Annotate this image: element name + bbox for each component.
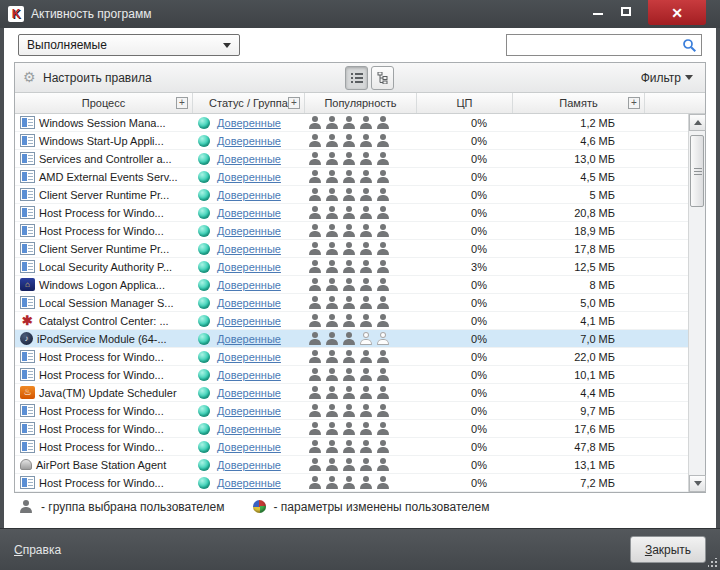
person-icon	[326, 404, 339, 417]
table-row[interactable]: Host Process for Windo... Доверенные 0% …	[15, 222, 688, 240]
list-view-button[interactable]	[345, 66, 368, 90]
trusted-group-link[interactable]: Доверенные	[217, 117, 281, 129]
column-header-memory[interactable]: Память +	[513, 93, 645, 113]
configure-rules-button[interactable]: ⚙ Настроить правила	[23, 70, 152, 85]
scrollbar-thumb[interactable]	[690, 135, 704, 207]
person-icon	[343, 368, 356, 381]
trusted-group-link[interactable]: Доверенные	[217, 153, 281, 165]
status-cell: Доверенные	[193, 333, 305, 345]
table-row[interactable]: Local Security Authority P... Доверенные…	[15, 258, 688, 276]
person-icon	[360, 350, 373, 363]
person-icon	[343, 188, 356, 201]
person-icon	[343, 332, 356, 345]
table-row[interactable]: Client Server Runtime Pr... Доверенные 0…	[15, 240, 688, 258]
trusted-group-link[interactable]: Доверенные	[217, 459, 281, 471]
table-row[interactable]: Host Process for Windo... Доверенные 0% …	[15, 366, 688, 384]
expand-column-icon[interactable]: +	[288, 97, 300, 109]
trusted-group-link[interactable]: Доверенные	[217, 333, 281, 345]
table-row[interactable]: ⌂ Windows Logon Applica... Доверенные 0%…	[15, 276, 688, 294]
trusted-group-link[interactable]: Доверенные	[217, 477, 281, 489]
trusted-group-link[interactable]: Доверенные	[217, 297, 281, 309]
process-cell: ⌂ Windows Logon Applica...	[15, 278, 193, 291]
table-row[interactable]: ♪ iPodService Module (64-... Доверенные …	[15, 330, 688, 348]
process-name: Host Process for Windo...	[39, 225, 164, 237]
trusted-group-link[interactable]: Доверенные	[217, 351, 281, 363]
search-box	[506, 34, 702, 56]
table-row[interactable]: Host Process for Windo... Доверенные 0% …	[15, 402, 688, 420]
trusted-group-link[interactable]: Доверенные	[217, 441, 281, 453]
status-cell: Доверенные	[193, 423, 305, 435]
trusted-group-link[interactable]: Доверенные	[217, 315, 281, 327]
memory-cell: 4,5 МБ	[513, 171, 645, 183]
filter-dropdown[interactable]: Фильтр	[641, 71, 697, 85]
trusted-group-link[interactable]: Доверенные	[217, 189, 281, 201]
table-row[interactable]: Windows Session Mana... Доверенные 0% 1,…	[15, 114, 688, 132]
person-icon	[377, 134, 390, 147]
table-row[interactable]: AirPort Base Station Agent Доверенные 0%…	[15, 456, 688, 474]
search-input[interactable]	[511, 38, 682, 52]
close-dialog-button[interactable]: Закрыть	[630, 536, 706, 563]
scroll-up-button[interactable]	[689, 114, 706, 131]
tree-view-icon	[377, 72, 389, 84]
column-header-status[interactable]: Статус / Группа +	[193, 93, 305, 113]
table-row[interactable]: Windows Start-Up Appli... Доверенные 0% …	[15, 132, 688, 150]
person-icon	[377, 224, 390, 237]
table-row[interactable]: Host Process for Windo... Доверенные 0% …	[15, 474, 688, 492]
expand-column-icon[interactable]: +	[628, 97, 640, 109]
column-header-process[interactable]: Процесс +	[15, 93, 193, 113]
table-row[interactable]: Host Process for Windo... Доверенные 0% …	[15, 204, 688, 222]
trusted-group-link[interactable]: Доверенные	[217, 135, 281, 147]
table-row[interactable]: ✱ Catalyst Control Center: ... Доверенны…	[15, 312, 688, 330]
cpu-cell: 0%	[417, 387, 513, 399]
status-orb-icon	[198, 153, 210, 165]
trusted-group-link[interactable]: Доверенные	[217, 279, 281, 291]
minimize-button[interactable]	[584, 0, 612, 22]
table-row[interactable]: AMD External Events Serv... Доверенные 0…	[15, 168, 688, 186]
trusted-group-link[interactable]: Доверенные	[217, 423, 281, 435]
process-cell: AirPort Base Station Agent	[15, 459, 193, 471]
app-icon: ♨	[20, 386, 35, 399]
tree-view-button[interactable]	[371, 66, 394, 90]
trusted-group-link[interactable]: Доверенные	[217, 225, 281, 237]
search-icon[interactable]	[682, 38, 697, 53]
trusted-group-link[interactable]: Доверенные	[217, 171, 281, 183]
person-icon	[377, 386, 390, 399]
scroll-down-button[interactable]	[689, 475, 706, 492]
table-row[interactable]: Host Process for Windo... Доверенные 0% …	[15, 348, 688, 366]
column-header-popularity[interactable]: Популярность	[305, 93, 417, 113]
table-row[interactable]: Local Session Manager S... Доверенные 0%…	[15, 294, 688, 312]
process-cell: ♨ Java(TM) Update Scheduler	[15, 386, 193, 399]
person-icon	[309, 314, 322, 327]
expand-column-icon[interactable]: +	[176, 97, 188, 109]
table-row[interactable]: Host Process for Windo... Доверенные 0% …	[15, 420, 688, 438]
trusted-group-link[interactable]: Доверенные	[217, 387, 281, 399]
help-link[interactable]: Справка	[14, 543, 61, 557]
person-icon	[309, 404, 322, 417]
table-row[interactable]: Host Process for Windo... Доверенные 0% …	[15, 438, 688, 456]
scrollbar-grip-icon	[694, 168, 702, 175]
process-cell: Client Server Runtime Pr...	[15, 188, 193, 201]
process-name: Host Process for Windo...	[39, 423, 164, 435]
trusted-group-link[interactable]: Доверенные	[217, 261, 281, 273]
status-orb-icon	[198, 387, 210, 399]
trusted-group-link[interactable]: Доверенные	[217, 369, 281, 381]
table-row[interactable]: Services and Controller a... Доверенные …	[15, 150, 688, 168]
trusted-group-link[interactable]: Доверенные	[217, 405, 281, 417]
person-icon	[326, 134, 339, 147]
status-cell: Доверенные	[193, 387, 305, 399]
person-icon	[326, 206, 339, 219]
close-button[interactable]: ✕	[648, 0, 706, 25]
column-header-cpu[interactable]: ЦП	[417, 93, 513, 113]
vertical-scrollbar[interactable]	[688, 114, 705, 492]
process-type-select[interactable]: Выполняемые	[18, 34, 240, 56]
trusted-group-link[interactable]: Доверенные	[217, 243, 281, 255]
arrow-down-icon	[694, 481, 702, 486]
maximize-button[interactable]	[612, 0, 640, 22]
app-icon: ⌂	[20, 278, 35, 291]
table-row[interactable]: ♨ Java(TM) Update Scheduler Доверенные 0…	[15, 384, 688, 402]
popularity-cell	[305, 422, 417, 435]
person-icon	[309, 170, 322, 183]
resize-grip[interactable]	[708, 558, 718, 568]
table-row[interactable]: Client Server Runtime Pr... Доверенные 0…	[15, 186, 688, 204]
trusted-group-link[interactable]: Доверенные	[217, 207, 281, 219]
